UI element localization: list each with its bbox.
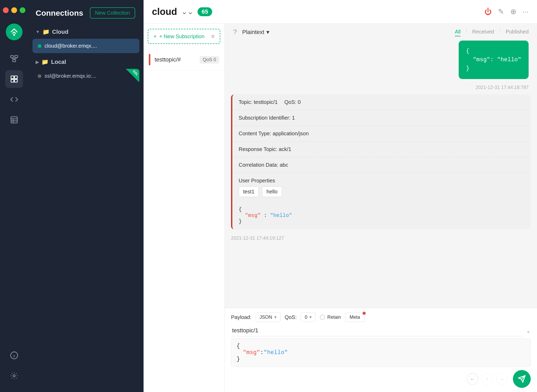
help-icon[interactable]: ? bbox=[233, 28, 237, 36]
nav-prev-button[interactable]: ← bbox=[467, 373, 478, 385]
topic-input[interactable] bbox=[231, 325, 523, 336]
meta-label: Meta bbox=[349, 315, 360, 320]
detail-topic-row: Topic: testtopic/1 QoS: 0 bbox=[232, 94, 531, 110]
more-options-icon[interactable]: ··· bbox=[523, 8, 529, 16]
code-brace-close: } bbox=[239, 219, 524, 225]
sent-message-bubble: { "msg": "hello" } bbox=[459, 41, 529, 79]
topic-color-bar bbox=[149, 54, 150, 65]
detail-contenttype-text: Content Type: application/json bbox=[239, 131, 309, 136]
meta-button[interactable]: Meta bbox=[345, 313, 364, 322]
connection-status-dot-green bbox=[38, 44, 41, 48]
code-editor[interactable]: { "msg" : "hello" } bbox=[231, 338, 531, 367]
nav-up-button[interactable]: ↑ bbox=[481, 373, 493, 385]
editor-value: "hello" bbox=[264, 349, 288, 356]
content-split: + + New Subscription ≡ testtopic/# QoS 0… bbox=[144, 24, 537, 392]
topic-input-row: ⌄ bbox=[231, 325, 531, 336]
svg-rect-10 bbox=[11, 79, 14, 82]
logo-icon bbox=[9, 27, 19, 37]
folder-icon-local: 📁 bbox=[41, 59, 48, 65]
received-message-card: Topic: testtopic/1 QoS: 0 Subscription I… bbox=[231, 94, 531, 229]
code-colon: : bbox=[264, 212, 270, 219]
edit-icon[interactable]: ✎ bbox=[498, 7, 504, 16]
connection-item-cloud1[interactable]: cloud@broker.emqx.... bbox=[32, 39, 139, 53]
svg-point-0 bbox=[13, 34, 15, 36]
traffic-light-green[interactable] bbox=[20, 7, 25, 13]
filter-icon[interactable]: ≡ bbox=[211, 33, 215, 40]
code-value: "hello" bbox=[270, 212, 292, 219]
local-group-header[interactable]: ▶ 📁 Local bbox=[32, 56, 139, 68]
prop-tag-value: hello bbox=[262, 186, 282, 197]
sidebar-title: Connections bbox=[36, 9, 83, 18]
svg-rect-11 bbox=[14, 79, 17, 82]
send-button[interactable] bbox=[513, 370, 531, 388]
detail-qos-label: QoS: bbox=[284, 99, 298, 105]
nav-settings[interactable] bbox=[5, 367, 23, 385]
chevron-down-icon: ▼ bbox=[36, 30, 40, 34]
tab-published[interactable]: Published bbox=[506, 28, 529, 36]
format-select-label: JSON bbox=[260, 315, 272, 320]
editor-line-3: } bbox=[237, 356, 525, 362]
editor-line-2: "msg" : "hello" bbox=[237, 349, 525, 356]
subscription-panel: + + New Subscription ≡ testtopic/# QoS 0 bbox=[144, 24, 225, 392]
nav-active[interactable] bbox=[5, 70, 23, 88]
tab-received[interactable]: Received bbox=[472, 28, 494, 36]
editor-colon: : bbox=[260, 349, 264, 356]
editor-key: "msg" bbox=[243, 349, 260, 356]
detail-subid-row: Subscription Identifier: 1 bbox=[232, 110, 531, 126]
traffic-light-red[interactable] bbox=[3, 7, 9, 13]
format-select[interactable]: JSON ▾ bbox=[256, 312, 281, 322]
compose-bottom: ← ↑ → bbox=[231, 370, 531, 388]
nav-connections[interactable] bbox=[5, 50, 23, 68]
qos-select[interactable]: 0 ▾ bbox=[301, 312, 316, 322]
new-collection-button[interactable]: New Collection bbox=[90, 7, 135, 19]
cloud-group-header[interactable]: ▼ 📁 Cloud bbox=[32, 26, 139, 38]
detail-responsetopic-row: Response Topic: ack/1 bbox=[232, 142, 531, 157]
format-selector[interactable]: Plaintext ▾ bbox=[242, 29, 269, 36]
topic-item-testtopic[interactable]: testtopic/# QoS 0 bbox=[144, 49, 224, 70]
tab-all[interactable]: All bbox=[455, 28, 461, 36]
sidebar: Connections New Collection ▼ 📁 Cloud clo… bbox=[28, 0, 144, 392]
nav-bottom bbox=[5, 346, 23, 385]
qos-label: QoS: bbox=[285, 314, 297, 320]
folder-icon: 📁 bbox=[42, 29, 50, 35]
message-count-badge: 65 bbox=[198, 7, 212, 16]
qos-badge: QoS 0 bbox=[200, 56, 219, 64]
messages-scroll[interactable]: { "msg": "hello" } 2021-12-31 17:44:18:7… bbox=[225, 41, 537, 308]
traffic-light-yellow[interactable] bbox=[11, 7, 17, 13]
expand-icon[interactable]: ⌄ bbox=[526, 327, 531, 334]
local-group-label: Local bbox=[51, 59, 66, 65]
add-tab-icon[interactable]: ⊕ bbox=[510, 7, 516, 16]
filter-bar: ? Plaintext ▾ All | Received | Published bbox=[225, 24, 537, 41]
compose-toolbar: Payload: JSON ▾ QoS: 0 ▾ Retain bbox=[231, 312, 531, 322]
retain-button[interactable]: Retain bbox=[320, 315, 341, 320]
nav-next-button[interactable]: → bbox=[496, 373, 508, 385]
retain-label: Retain bbox=[327, 315, 341, 320]
nav-info[interactable] bbox=[5, 346, 23, 364]
power-icon[interactable]: ⏻ bbox=[484, 7, 492, 16]
topbar-chevron-icon[interactable]: ⌄⌄ bbox=[181, 7, 193, 16]
topic-name: testtopic/# bbox=[155, 56, 200, 63]
svg-rect-2 bbox=[15, 55, 18, 58]
new-subscription-label: + New Subscription bbox=[159, 33, 205, 40]
qos-caret-icon: ▾ bbox=[309, 314, 312, 320]
svg-point-19 bbox=[13, 375, 15, 377]
detail-contenttype-row: Content Type: application/json bbox=[232, 126, 531, 142]
nav-data[interactable] bbox=[5, 111, 23, 129]
new-subscription-button[interactable]: + + New Subscription ≡ bbox=[148, 29, 220, 44]
retain-circle-icon bbox=[320, 315, 325, 320]
svg-rect-8 bbox=[11, 76, 14, 79]
svg-rect-3 bbox=[13, 60, 16, 62]
detail-responsetopic-text: Response Topic: ack/1 bbox=[239, 146, 291, 152]
user-properties-tags: test1 hello bbox=[232, 186, 531, 202]
connection-item-ssl[interactable]: ssl@broker.emqx.io:... SSL bbox=[32, 69, 139, 83]
meta-dot-indicator bbox=[363, 312, 366, 315]
topbar: cloud ⌄⌄ 65 ⏻ ✎ ⊕ ··· bbox=[144, 0, 537, 24]
code-key: "msg" bbox=[245, 212, 261, 219]
payload-label: Payload: bbox=[231, 314, 251, 320]
icon-rail bbox=[0, 0, 28, 392]
format-chevron-icon: ▾ bbox=[266, 29, 269, 36]
topbar-actions: ⏻ ✎ ⊕ ··· bbox=[484, 7, 529, 16]
nav-code[interactable] bbox=[5, 91, 23, 108]
svg-rect-9 bbox=[14, 76, 17, 79]
connection-label-cloud1: cloud@broker.emqx.... bbox=[45, 43, 97, 49]
